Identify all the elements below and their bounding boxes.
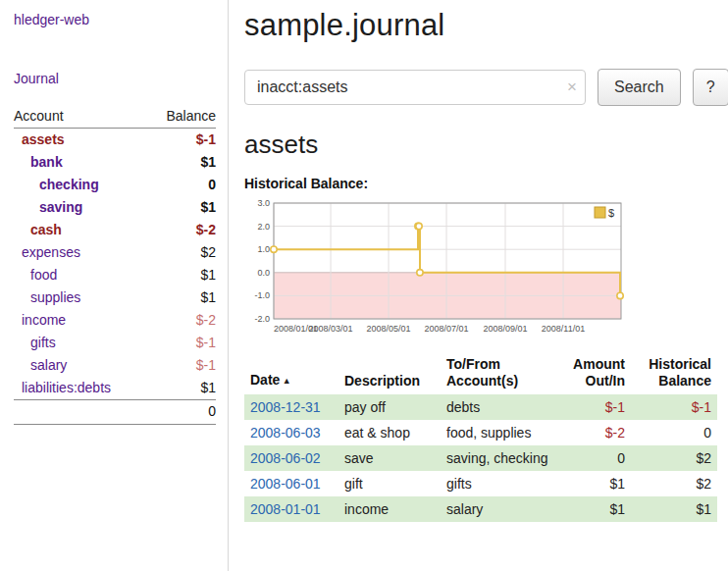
register-header-date[interactable]: Date ▲ — [244, 353, 338, 394]
account-row: bank$1 — [14, 151, 216, 174]
account-row: assets$-1 — [14, 129, 216, 152]
register-description: income — [338, 496, 441, 522]
sidebar-account-link[interactable]: bank — [14, 153, 63, 172]
svg-text:3.0: 3.0 — [257, 198, 270, 208]
register-amount: 0 — [556, 445, 631, 471]
svg-text:2008/07/01: 2008/07/01 — [425, 324, 469, 334]
register-accounts: salary — [441, 496, 556, 522]
register-description: gift — [338, 471, 441, 496]
transaction-date-link[interactable]: 2008-06-03 — [250, 425, 321, 441]
account-row: income$-2 — [14, 309, 216, 332]
register-header-historical: HistoricalBalance — [631, 353, 717, 394]
register-row: 2008-06-03eat & shopfood, supplies$-20 — [244, 420, 717, 445]
legend-label: $ — [608, 207, 614, 219]
sidebar-account-link[interactable]: expenses — [14, 243, 80, 262]
svg-text:0.0: 0.0 — [257, 268, 270, 278]
account-row: salary$-1 — [14, 354, 216, 377]
account-balance: $-1 — [147, 129, 216, 152]
chart-title: Historical Balance: — [244, 176, 728, 191]
journal-link[interactable]: Journal — [14, 71, 59, 86]
account-balance: $1 — [147, 286, 216, 309]
register-description: pay off — [338, 394, 441, 420]
app-title-link[interactable]: hledger-web — [14, 12, 89, 27]
svg-text:2.0: 2.0 — [257, 222, 270, 232]
register-accounts: debts — [441, 394, 556, 420]
register-description: eat & shop — [338, 420, 441, 445]
register-header-description: Description — [338, 353, 441, 394]
transaction-date-link[interactable]: 2008-06-01 — [250, 476, 321, 492]
sidebar-account-link[interactable]: saving — [14, 198, 82, 217]
account-row: saving$1 — [14, 196, 216, 219]
account-heading: assets — [244, 130, 728, 160]
accounts-header-balance: Balance — [147, 106, 216, 129]
svg-text:2008/11/01: 2008/11/01 — [542, 324, 585, 334]
register-balance: $2 — [631, 471, 717, 496]
account-balance: $-1 — [147, 354, 216, 377]
transaction-date-link[interactable]: 2008-01-01 — [250, 501, 321, 517]
sidebar-account-link[interactable]: cash — [14, 221, 62, 239]
sidebar-account-link[interactable]: salary — [14, 356, 67, 375]
register-amount: $1 — [556, 471, 631, 496]
register-description: save — [338, 445, 441, 471]
account-balance: $1 — [147, 196, 216, 219]
main-content: sample.journal × Search ? assets Histori… — [229, 0, 728, 571]
sidebar-account-link[interactable]: liabilities:debts — [14, 379, 111, 397]
register-row: 2008-01-01incomesalary$1$1 — [244, 496, 717, 522]
register-accounts: saving, checking — [441, 445, 556, 471]
account-row: checking0 — [14, 174, 216, 196]
accounts-total: 0 — [147, 400, 216, 425]
svg-text:-2.0: -2.0 — [254, 314, 270, 324]
account-row: cash$-2 — [14, 219, 216, 241]
sidebar-account-link[interactable]: income — [14, 311, 66, 330]
sidebar-account-link[interactable]: assets — [14, 130, 65, 149]
account-balance: 0 — [147, 174, 216, 196]
help-button[interactable]: ? — [693, 69, 728, 106]
register-row: 2008-06-02savesaving, checking0$2 — [244, 445, 717, 471]
account-balance: $-2 — [147, 219, 216, 241]
svg-text:2008/03/01: 2008/03/01 — [309, 324, 353, 334]
account-balance: $2 — [147, 241, 216, 264]
account-row: liabilities:debts$1 — [14, 377, 216, 400]
account-row: gifts$-1 — [14, 332, 216, 354]
svg-text:1.0: 1.0 — [257, 244, 270, 254]
sidebar-account-link[interactable]: food — [14, 266, 57, 285]
register-balance: $2 — [631, 445, 717, 471]
page-title: sample.journal — [244, 8, 728, 43]
transaction-date-link[interactable]: 2008-06-02 — [250, 450, 321, 466]
register-amount: $-2 — [556, 420, 631, 445]
historical-balance-chart: 3.02.01.00.0-1.0-2.02008/01/012008/03/01… — [244, 197, 728, 343]
app-window: hledger-web Journal Account Balance asse… — [0, 0, 728, 571]
search-bar: × Search ? — [244, 69, 728, 106]
account-balance: $1 — [147, 264, 216, 286]
legend-swatch — [595, 207, 605, 218]
sidebar-account-link[interactable]: checking — [14, 176, 99, 194]
accounts-table: Account Balance assets$-1bank$1checking0… — [14, 106, 216, 425]
register-row: 2008-06-01giftgifts$1$2 — [244, 471, 717, 496]
account-row: supplies$1 — [14, 286, 216, 309]
svg-text:2008/05/01: 2008/05/01 — [367, 324, 411, 334]
register-table: Date ▲DescriptionTo/FromAccount(s)Amount… — [244, 353, 717, 522]
account-balance: $-1 — [147, 332, 216, 354]
register-accounts: food, supplies — [441, 420, 556, 445]
register-balance: $-1 — [631, 394, 717, 420]
register-amount: $-1 — [556, 394, 631, 420]
account-row: food$1 — [14, 264, 216, 286]
svg-text:2008/09/01: 2008/09/01 — [483, 324, 527, 334]
transaction-date-link[interactable]: 2008-12-31 — [250, 399, 321, 415]
accounts-header-account: Account — [14, 106, 147, 129]
chart-svg: 3.02.01.00.0-1.0-2.02008/01/012008/03/01… — [244, 197, 629, 340]
sidebar-account-link[interactable]: supplies — [14, 288, 80, 307]
search-button[interactable]: Search — [598, 69, 681, 106]
register-header-amount: AmountOut/In — [556, 353, 631, 394]
account-balance: $1 — [147, 151, 216, 174]
clear-search-icon[interactable]: × — [567, 78, 577, 95]
accounts-total-row: 0 — [14, 400, 216, 425]
register-accounts: gifts — [441, 471, 556, 496]
register-balance: 0 — [631, 420, 717, 445]
sidebar-account-link[interactable]: gifts — [14, 334, 56, 352]
search-input[interactable] — [244, 70, 586, 105]
sidebar: hledger-web Journal Account Balance asse… — [0, 0, 229, 571]
svg-text:-1.0: -1.0 — [254, 290, 270, 300]
register-balance: $1 — [631, 496, 717, 522]
register-amount: $1 — [556, 496, 631, 522]
